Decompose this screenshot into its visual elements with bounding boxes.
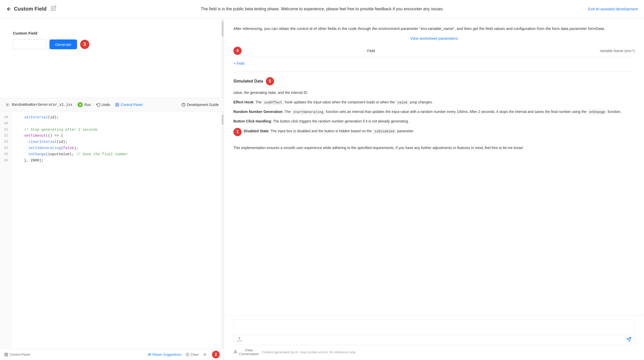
svg-rect-4 [118, 105, 119, 106]
chat-footer: Clear Conversation Content generated by … [224, 345, 644, 360]
custom-field-input[interactable] [13, 39, 46, 49]
exit-ai-button[interactable]: Exit AI-assisted development [588, 7, 638, 11]
doc-disabled-state: 1 Disabled State: The input box is disab… [233, 128, 635, 137]
clear-button[interactable]: Clear [186, 353, 199, 356]
doc-random-gen: Random Number Generation: The startGener… [233, 109, 635, 115]
control-panel-button[interactable]: Control Panel [115, 103, 142, 107]
svg-rect-7 [6, 353, 8, 354]
code-lines: 19 20 21 22 23 24 25 26 setInterval(id);… [0, 111, 224, 349]
file-icon [5, 102, 10, 107]
badge-3: 3 [80, 40, 89, 49]
doc-intro: value, the generating state, and the int… [233, 89, 635, 96]
svg-rect-9 [6, 355, 8, 356]
doc-content: value, the generating state, and the int… [233, 89, 635, 145]
badge-5: 5 [266, 77, 274, 85]
code-content: 19 20 21 22 23 24 25 26 setInterval(id);… [0, 111, 224, 349]
doc-effect-hook: Effect Hook: The useEffect hook updates … [233, 99, 635, 105]
left-panel: Custom Field Generate 3 RandomNumberGene… [0, 18, 224, 360]
svg-line-11 [187, 353, 189, 355]
field-col-header: 4 [233, 47, 367, 55]
svg-rect-6 [5, 353, 6, 354]
close-icon [203, 353, 207, 357]
preview-controls: Generate 3 [13, 39, 211, 49]
right-content: After referencing, you can obtain the co… [224, 18, 644, 315]
dev-guide-button[interactable]: Development Guide [181, 103, 219, 107]
chat-input-footer [234, 335, 634, 345]
line-numbers: 19 20 21 22 23 24 25 26 [0, 111, 11, 349]
ai-note: Content generated by AI, may contain err… [262, 350, 355, 354]
page-title: Custom Field [14, 6, 47, 12]
send-icon[interactable] [626, 337, 631, 343]
run-button[interactable]: Run [78, 102, 91, 107]
control-bar-icon [4, 353, 8, 357]
undo-button[interactable]: Undo [96, 103, 110, 107]
intro-text: After referencing, you can obtain the co… [233, 25, 635, 32]
code-line-21: // Stop generating after 2 seconds [15, 127, 220, 133]
repair-suggestions-button[interactable]: AI Repair Suggestions [148, 353, 181, 356]
preview-area: Custom Field Generate 3 [0, 18, 224, 98]
add-field-button[interactable]: + Field [233, 61, 244, 66]
svg-rect-3 [116, 105, 117, 106]
generate-button[interactable]: Generate [49, 39, 77, 49]
svg-rect-2 [118, 103, 119, 104]
code-text-area[interactable]: setInterval(id); // Stop generating afte… [11, 111, 224, 349]
badge-2: 2 [212, 351, 220, 358]
code-line-23: clearInterval(id); [15, 139, 220, 145]
code-line-24: setIsGenerating(false); [15, 145, 220, 151]
undo-icon [96, 103, 100, 107]
badge-1: 1 [233, 128, 242, 136]
svg-rect-8 [5, 355, 6, 356]
attach-icon[interactable] [237, 337, 242, 343]
control-bar: Control Panel AI Repair Suggestions Clea… [0, 349, 224, 360]
back-arrow-icon [6, 6, 12, 12]
continuation-text: This implementation ensures a smooth use… [233, 145, 635, 157]
preview-label: Custom Field [13, 31, 211, 35]
code-line-22: setTimeout(() => { [15, 133, 220, 139]
doc-btn-click: Button Click Handling: The button click … [233, 118, 635, 125]
simulated-data-section: Simulated Data 5 [233, 72, 635, 85]
view-params-link[interactable]: View worksheet parameters [233, 36, 635, 40]
code-line-19: setInterval(id); [15, 114, 220, 121]
chat-input[interactable] [234, 320, 634, 334]
user-icon [233, 350, 238, 354]
beta-notice: The field is in the public beta testing … [56, 6, 588, 12]
code-line-25: onChange(inputValue); // Save the final … [15, 151, 220, 158]
svg-rect-1 [116, 103, 117, 104]
variable-col-header: Variable Name (env.*) [501, 49, 635, 53]
field-header-text: Field [367, 49, 501, 53]
run-icon [78, 102, 83, 107]
scrollbar-thumb [222, 21, 223, 37]
code-area: RandomNumberGenerator_v1.jsx Run Undo [0, 98, 224, 360]
control-panel-icon [115, 103, 119, 107]
code-scrollbar [221, 111, 224, 349]
code-filename: RandomNumberGenerator_v1.jsx [5, 102, 72, 107]
right-panel: After referencing, you can obtain the co… [224, 18, 644, 360]
filename-text: RandomNumberGenerator_v1.jsx [12, 103, 72, 107]
simulated-data-header: Simulated Data 5 [233, 77, 635, 85]
main-layout: Custom Field Generate 3 RandomNumberGene… [0, 18, 644, 360]
code-scrollbar-thumb [222, 114, 223, 125]
back-navigation[interactable]: Custom Field [6, 5, 56, 12]
question-icon [181, 103, 185, 107]
header: Custom Field The field is in the public … [0, 0, 644, 18]
clear-icon [186, 353, 189, 356]
code-line-20 [15, 121, 220, 127]
chat-input-box [233, 320, 635, 345]
control-bar-label: Control Panel [4, 353, 30, 357]
code-line-26: }, 2000); [15, 158, 220, 164]
svg-point-0 [7, 104, 8, 105]
chat-area: Clear Conversation Content generated by … [224, 315, 644, 360]
code-toolbar: RandomNumberGenerator_v1.jsx Run Undo [0, 98, 224, 111]
clear-conversation-button[interactable]: Clear Conversation [233, 348, 259, 356]
close-button[interactable] [203, 353, 207, 357]
badge-4: 4 [233, 47, 242, 55]
edit-icon[interactable] [51, 5, 56, 12]
field-header-row: 4 Field Variable Name (env.*) [233, 47, 635, 57]
preview-scrollbar [221, 18, 224, 98]
